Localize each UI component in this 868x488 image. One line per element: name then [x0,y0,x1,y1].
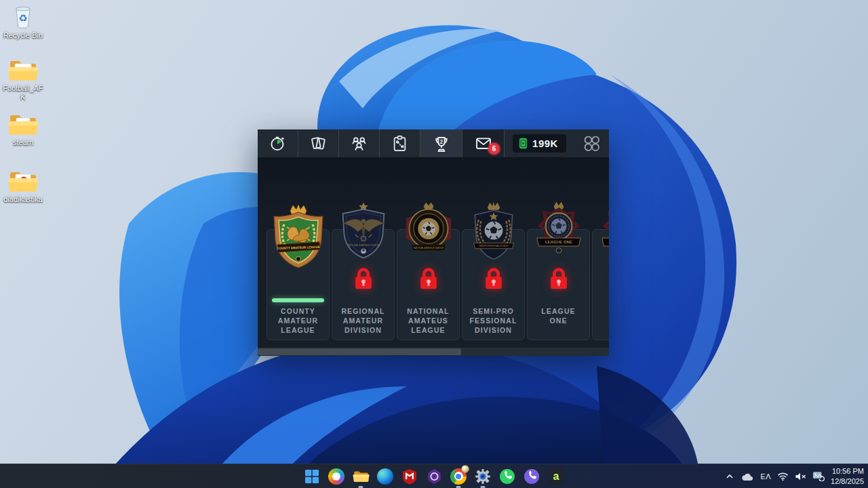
folder-icon [7,111,39,137]
semi-pro-league-badge-icon: SEMI-PROFESSIONAL DIVISION [462,200,525,262]
viber-icon [524,468,540,485]
mcafee-button[interactable] [401,468,418,485]
league-card-label: LEAGUE ONE [529,307,588,326]
purple-hexagon-app-button[interactable] [426,468,443,485]
settings-gear-icon [475,468,491,485]
desktop-icon-label: Football_AFK [1,84,45,101]
windows-start-icon [304,469,319,484]
chrome-overlay-badge [461,465,469,473]
leagues-panel: COUNTY AMATEUR LEAGUE COUNTY AMATEUR LEA… [258,157,609,348]
league-card-label: COUNTY AMATEUR LEAGUE [269,307,328,336]
svg-text:NATIONAL AMATEUS LEAGUE: NATIONAL AMATEUS LEAGUE [413,247,443,249]
game-toolbar: 2 6 199K [258,129,609,157]
desktop-icon-football-afk[interactable]: Football_AFK [1,57,45,101]
money-section: 199K [505,129,574,157]
tab-squad[interactable] [339,129,380,157]
chevron-up-icon [725,472,734,481]
league-card-semi-professional[interactable]: SEMI-PROFESSIONAL DIVISION SEMI-PRO FESS… [462,229,525,340]
stopwatch-icon [269,134,287,152]
tab-tactics[interactable] [380,129,420,157]
tab-trophy[interactable]: 2 [420,129,462,157]
regional-league-badge-icon: REGIONAL AMATEUR DIVISION [332,200,395,262]
folder-icon [7,57,39,83]
desktop-icon-label: steam [13,138,33,147]
league-progress-bar [272,298,324,302]
volume-muted-button[interactable] [795,472,806,481]
trophy-badge-number: 2 [439,138,443,144]
wifi-button[interactable] [777,472,789,481]
tray-time: 10:56 PM [831,466,864,476]
league-card-national-amateus[interactable]: NATIONAL AMATEUS LEAGUE NATIONAL AMATEUS… [397,229,460,340]
gallery-sync-button[interactable] [812,471,825,481]
grid-circles-icon [583,134,601,152]
tab-mail[interactable]: 6 [462,129,505,157]
settings-button[interactable] [475,468,492,485]
start-button[interactable] [304,468,321,485]
tray-date: 12/8/2025 [831,476,864,487]
copilot-button[interactable] [328,468,345,485]
county-league-badge-icon: COUNTY AMATEUR LEAGUE [264,203,332,270]
language-indicator[interactable]: ΕΛ [760,472,771,481]
cash-icon [518,137,528,150]
wifi-icon [777,472,789,481]
onedrive-cloud-icon [741,472,754,481]
desktop-icon-steam[interactable]: steam [1,111,45,147]
national-league-badge-icon: NATIONAL AMATEUS LEAGUE [397,200,460,262]
money-button[interactable]: 199K [513,134,566,152]
recycle-bin-icon: ♻ [9,3,37,30]
svg-text:♻: ♻ [18,12,27,24]
tab-cards[interactable] [298,129,339,157]
cards-icon [309,134,328,152]
league-card-label: SEMI-PRO FESSIONAL DIVISION [464,307,523,336]
volume-muted-icon [795,472,806,481]
league-card-label: NATIONAL AMATEUS LEAGUE [399,307,458,336]
league-card-regional-amateur[interactable]: REGIONAL AMATEUR DIVISION REGIONAL AMATE… [332,229,395,340]
svg-text:LEAGUE ONE: LEAGUE ONE [545,240,572,244]
onedrive-button[interactable] [741,472,754,481]
mail-badge: 6 [488,143,500,155]
tab-stopwatch[interactable] [258,129,298,157]
league-card-label: REGIONAL AMATEUR DIVISION [334,307,393,336]
letter-a-app-button[interactable]: a [548,468,565,485]
tactics-clipboard-icon [391,134,409,152]
horizontal-scrollbar[interactable] [258,348,609,356]
copilot-icon [328,468,344,485]
whatsapp-icon [499,468,515,485]
game-window: 2 6 199K [258,129,609,356]
gallery-sync-icon [812,471,825,481]
league-card-row: COUNTY AMATEUR LEAGUE COUNTY AMATEUR LEA… [267,229,609,340]
svg-text:REGIONAL AMATEUR DIVISION: REGIONAL AMATEUR DIVISION [347,244,378,247]
svg-text:SEMI-PROFESSIONAL DIVISION: SEMI-PROFESSIONAL DIVISION [479,245,508,247]
lock-icon [481,265,507,295]
money-amount: 199K [532,138,558,149]
lock-icon [546,265,572,295]
league-card-partial[interactable]: LE [592,229,609,340]
scrollbar-thumb[interactable] [258,348,461,355]
whatsapp-button[interactable] [499,468,516,485]
grid-menu-button[interactable] [574,129,609,157]
viber-button[interactable] [524,468,540,485]
desktop-icon-label: Recycle Bin [3,31,43,40]
league-one-badge-icon: LEAGUE ONE [528,200,590,262]
partial-league-badge-icon [593,200,610,262]
lock-icon [416,265,441,295]
league-card-league-one[interactable]: LEAGUE ONE LEAGUE ONE [527,229,590,340]
desktop-icon-label: diadikastika [3,195,42,204]
lock-icon [351,265,376,295]
purple-hexagon-icon [427,468,442,485]
league-card-label: LE [594,307,609,317]
letter-a-icon: a [548,468,564,485]
desktop-icon-diadikastika[interactable]: diadikastika [1,168,45,204]
trophy-icon: 2 [432,134,451,153]
desktop-icon-recycle-bin[interactable]: ♻ Recycle Bin [1,3,45,40]
clock[interactable]: 10:56 PM 12/8/2025 [831,466,864,487]
edge-button[interactable] [377,468,394,485]
edge-icon [377,468,393,485]
file-explorer-icon [353,469,370,483]
chrome-button[interactable] [450,468,467,485]
league-card-county-amateur[interactable]: COUNTY AMATEUR LEAGUE COUNTY AMATEUR LEA… [267,229,330,340]
file-explorer-button[interactable] [353,468,370,485]
taskbar: a ΕΛ [0,464,868,488]
tray-chevron-button[interactable] [725,472,734,481]
squad-icon [350,134,368,152]
